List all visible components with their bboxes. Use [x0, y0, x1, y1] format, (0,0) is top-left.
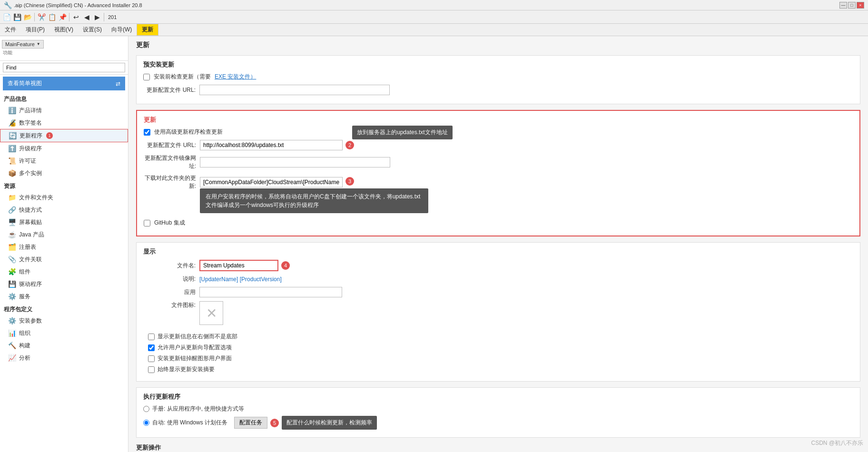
open-icon[interactable]: 📂 — [23, 12, 32, 22]
menu-file[interactable]: 文件 — [0, 24, 21, 36]
undo-icon[interactable]: ↩ — [71, 12, 81, 22]
file-icon-row: 文件图标: ✕ — [143, 301, 853, 329]
screen-shortcuts-icon: 🖥️ — [8, 218, 16, 226]
sidebar-item-shortcuts[interactable]: 🔗 快捷方式 — [0, 204, 128, 216]
tab-update[interactable]: 更新 — [137, 24, 158, 36]
app-row: 应用 — [143, 287, 853, 297]
sidebar-item-label: 许可证 — [19, 157, 36, 165]
sidebar-item-updater[interactable]: 🔄 更新程序 1 — [0, 129, 128, 142]
download-folder-input[interactable] — [200, 177, 343, 187]
file-icon-box[interactable]: ✕ — [199, 301, 223, 325]
sidebar: MainFeature ▼ 功能 查看简单视图 ⇄ 产品信息 ℹ️ 产品详情 🔏… — [0, 36, 128, 452]
search-box — [0, 61, 128, 75]
search-input[interactable] — [3, 63, 125, 72]
sidebar-item-services[interactable]: ⚙️ 服务 — [0, 290, 128, 303]
radio-manual[interactable] — [143, 406, 149, 412]
license-icon: 📜 — [8, 157, 16, 165]
mirror-url-input[interactable] — [200, 157, 390, 167]
sidebar-item-drivers[interactable]: 💾 驱动程序 — [0, 278, 128, 290]
install-update-btn-checkbox[interactable] — [148, 355, 155, 362]
sidebar-item-label: 文件关联 — [19, 255, 42, 264]
sidebar-item-label: 分析 — [19, 354, 30, 362]
feature-dropdown[interactable]: MainFeature ▼ — [2, 40, 44, 49]
app-label: 应用 — [143, 288, 196, 296]
sidebar-item-java[interactable]: ☕ Java 产品 — [0, 228, 128, 241]
instances-icon: 📦 — [8, 169, 16, 177]
title-text: .aip (Chinese (Simplified) CN) - Advance… — [14, 2, 142, 8]
use-advanced-updater-checkbox[interactable] — [144, 129, 150, 136]
new-icon[interactable]: 📄 — [2, 12, 11, 22]
config-task-button[interactable]: 配置任务 — [234, 417, 267, 429]
sidebar-item-label: 安装参数 — [19, 317, 42, 325]
sidebar-item-label: 快捷方式 — [19, 206, 42, 214]
exe-install-link[interactable]: EXE 安装文件） — [215, 73, 256, 81]
paste-icon[interactable]: 📌 — [58, 12, 67, 22]
upgrade-icon: ⬆️ — [8, 144, 16, 153]
allow-user-config-checkbox[interactable] — [148, 344, 155, 351]
save-icon[interactable]: 💾 — [12, 12, 22, 22]
pre-install-title: 预安装更新 — [143, 60, 853, 69]
menu-wizard[interactable]: 向导(W) — [107, 24, 137, 36]
menu-project[interactable]: 项目(P) — [21, 24, 49, 36]
minimize-button[interactable]: — — [839, 2, 847, 9]
sidebar-item-label: 产品详情 — [19, 107, 42, 115]
nav-num: 201 — [106, 14, 118, 20]
display-section: 显示 文件名: 4 说明: [UpdaterName] [ProductVers… — [136, 242, 860, 382]
always-show-summary-checkbox[interactable] — [148, 366, 155, 373]
pre-install-checkbox[interactable] — [143, 74, 150, 80]
sidebar-item-analysis[interactable]: 📈 分析 — [0, 352, 128, 364]
sidebar-item-multiple-instances[interactable]: 📦 多个实例 — [0, 167, 128, 179]
sidebar-item-license[interactable]: 📜 许可证 — [0, 155, 128, 167]
simple-view-button[interactable]: 查看简单视图 ⇄ — [3, 77, 125, 90]
github-label: GitHub 集成 — [154, 219, 185, 227]
install-update-btn-label: 安装更新钮掉醒图形用户界面 — [158, 354, 232, 363]
sidebar-item-label: 驱动程序 — [19, 280, 42, 288]
show-right-checkbox[interactable] — [148, 334, 155, 340]
sidebar-item-install-params[interactable]: ⚙️ 安装参数 — [0, 314, 128, 327]
desc-value: [UpdaterName] [ProductVersion] — [199, 276, 282, 283]
pre-install-section: 预安装更新 安装前检查更新（需要 EXE 安装文件） 更新配置文件 URL: — [136, 55, 860, 104]
app-input[interactable] — [199, 287, 342, 297]
tooltip-bubble-2: 2 — [345, 141, 354, 149]
cut-icon[interactable]: ✂️ — [37, 12, 46, 22]
radio-auto[interactable] — [143, 420, 149, 426]
sidebar-item-files-folders[interactable]: 📁 文件和文件夹 — [0, 191, 128, 204]
sidebar-item-components[interactable]: 🧩 组件 — [0, 265, 128, 278]
install-params-icon: ⚙️ — [8, 316, 16, 325]
sidebar-item-org[interactable]: 📊 组织 — [0, 327, 128, 339]
sidebar-item-build[interactable]: 🔨 构建 — [0, 339, 128, 352]
sidebar-item-digital-signature[interactable]: 🔏 数字签名 — [0, 117, 128, 129]
menu-view[interactable]: 视图(V) — [49, 24, 78, 36]
section-resources: 资源 — [0, 179, 128, 191]
copy-icon[interactable]: 📋 — [47, 12, 57, 22]
back-icon[interactable]: ◀ — [82, 12, 91, 22]
sidebar-item-screen-shortcuts[interactable]: 🖥️ 屏幕截贴 — [0, 216, 128, 228]
sidebar-item-file-association[interactable]: 📎 文件关联 — [0, 253, 128, 265]
sidebar-item-label: 更新程序 — [20, 132, 42, 140]
page-title: 更新 — [136, 41, 860, 49]
components-icon: 🧩 — [8, 267, 16, 276]
forward-icon[interactable]: ▶ — [92, 12, 102, 22]
sidebar-item-label: 服务 — [19, 293, 30, 301]
update-url-input[interactable] — [200, 140, 343, 150]
pre-install-url-row: 更新配置文件 URL: — [143, 85, 853, 95]
tooltip-bubble-3: 3 — [345, 177, 354, 186]
github-row: GitHub 集成 — [144, 219, 853, 227]
pre-install-url-input[interactable] — [199, 85, 390, 95]
maximize-button[interactable]: □ — [848, 2, 856, 9]
sidebar-item-product-detail[interactable]: ℹ️ 产品详情 — [0, 104, 128, 117]
sidebar-item-registry[interactable]: 🗂️ 注册表 — [0, 241, 128, 253]
sidebar-item-label: 注册表 — [19, 243, 36, 251]
use-advanced-updater-label: 使用高级更新程序检查更新 — [154, 128, 223, 136]
drivers-icon: 💾 — [8, 280, 16, 288]
close-button[interactable]: × — [857, 2, 864, 9]
product-detail-icon: ℹ️ — [8, 106, 16, 115]
sidebar-item-label: 文件和文件夹 — [19, 194, 53, 202]
github-checkbox[interactable] — [144, 220, 150, 226]
sidebar-item-upgrade[interactable]: ⬆️ 升级程序 — [0, 142, 128, 155]
feature-label: 功能 — [2, 49, 13, 57]
radio-row-auto: 自动: 使用 Windows 计划任务 配置任务 5 配置什么时候检测更新，检测… — [143, 416, 853, 430]
filename-input[interactable] — [199, 260, 278, 271]
toolbar: 📄 💾 📂 ✂️ 📋 📌 ↩ ◀ ▶ 201 — [0, 10, 868, 24]
menu-settings[interactable]: 设置(S) — [78, 24, 107, 36]
